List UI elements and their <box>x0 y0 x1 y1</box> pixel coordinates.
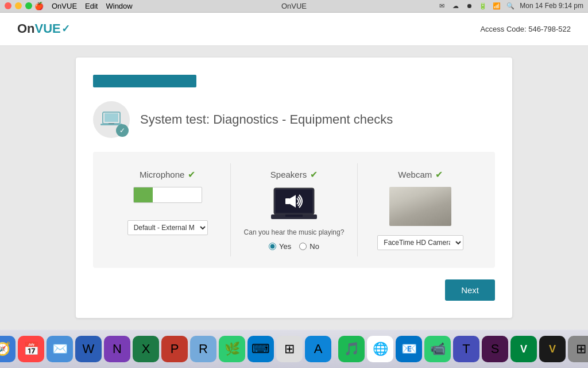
speakers-label: Speakers ✔ <box>270 169 318 180</box>
dock-icon-calendar[interactable]: 📅 <box>18 336 44 362</box>
edit-menu[interactable]: Edit <box>85 2 98 10</box>
dock-icon-mail[interactable]: ✉️ <box>47 336 73 362</box>
logo: OnVUE✓ <box>17 21 70 36</box>
speakers-check-icon: ✔ <box>310 169 318 180</box>
dock-icon-v2[interactable]: V <box>539 336 566 362</box>
menubar-icon-4: 🔋 <box>478 1 488 10</box>
audio-response-group: Yes No <box>269 242 319 251</box>
logo-on: On <box>17 21 35 36</box>
equipment-grid: Microphone ✔ Default - External Microp S… <box>93 152 495 268</box>
menubar-icon-3: ⏺ <box>465 1 474 10</box>
logo-vue: VUE <box>35 21 61 36</box>
dock-icon-word[interactable]: W <box>75 336 102 362</box>
dock-icon-spotify[interactable]: 🎵 <box>338 336 365 362</box>
logo-checkmark-icon: ✓ <box>61 22 70 35</box>
webcam-select[interactable]: FaceTime HD Camera (B <box>377 235 463 250</box>
svg-rect-5 <box>285 198 290 204</box>
diagnostics-card: ✓ System test: Diagnostics - Equipment c… <box>76 57 512 318</box>
page-title-section: ✓ System test: Diagnostics - Equipment c… <box>93 101 495 138</box>
no-option[interactable]: No <box>299 242 319 251</box>
apple-menu-icon[interactable]: 🍎 <box>34 2 44 10</box>
menubar-icon-2: ☁ <box>451 1 460 10</box>
dock-icon-v1[interactable]: V <box>510 336 537 362</box>
yes-option[interactable]: Yes <box>269 242 291 251</box>
webcam-preview <box>389 187 451 226</box>
menu-bar: 🍎 OnVUE Edit Window <box>34 2 133 10</box>
app-header: OnVUE✓ Access Code: 546-798-522 <box>0 13 588 47</box>
access-code: Access Code: 546-798-522 <box>480 25 571 33</box>
microphone-check-icon: ✔ <box>188 169 195 180</box>
dock-icon-rstudio[interactable]: R <box>190 336 216 362</box>
no-radio[interactable] <box>299 243 307 250</box>
close-button[interactable] <box>5 2 11 9</box>
speakers-section: Speakers ✔ <box>231 163 357 256</box>
main-content: ✓ System test: Diagnostics - Equipment c… <box>0 46 588 329</box>
dock-icon-facetime[interactable]: 📹 <box>424 336 451 362</box>
microphone-section: Microphone ✔ Default - External Microp <box>105 163 231 256</box>
menubar-icon-1: ✉ <box>437 1 446 10</box>
title-bar: 🍎 OnVUE Edit Window OnVUE ✉ ☁ ⏺ 🔋 📶 🔍 Mo… <box>0 0 588 13</box>
minimize-button[interactable] <box>15 2 22 9</box>
microphone-label: Microphone ✔ <box>140 169 195 180</box>
webcam-section: Webcam ✔ FaceTime HD Camera (B <box>358 163 483 256</box>
page-title: System test: Diagnostics - Equipment che… <box>140 112 393 127</box>
app-menu[interactable]: OnVUE <box>52 2 77 10</box>
dock-icon-appstore[interactable]: A <box>305 336 331 362</box>
card-footer: Next <box>93 279 495 301</box>
dock-icon-outlook[interactable]: 📧 <box>396 336 422 362</box>
speaker-question: Can you hear the music playing? <box>244 228 345 236</box>
speaker-image <box>271 187 317 223</box>
webcam-label: Webcam ✔ <box>398 169 443 180</box>
dock-icon-safari[interactable]: 🧭 <box>0 336 16 362</box>
microphone-select[interactable]: Default - External Microp <box>127 220 208 235</box>
window-controls[interactable] <box>5 2 32 9</box>
menu-bar-right: ✉ ☁ ⏺ 🔋 📶 🔍 Mon 14 Feb 9:14 pm <box>437 1 583 10</box>
yes-label: Yes <box>279 242 291 251</box>
dock-icon-excel[interactable]: X <box>133 336 159 362</box>
title-icon-wrapper: ✓ <box>93 101 130 138</box>
window-menu[interactable]: Window <box>106 2 132 10</box>
dock-icon-slack[interactable]: S <box>482 336 508 362</box>
menubar-icon-5: 📶 <box>492 1 501 10</box>
dock-icon-misc1[interactable]: ⊞ <box>568 336 588 362</box>
date-time: Mon 14 Feb 9:14 pm <box>520 2 583 10</box>
dock-icon-ppt[interactable]: P <box>161 336 188 362</box>
webcam-check-icon: ✔ <box>435 169 443 180</box>
window-title: OnVUE <box>281 2 307 10</box>
mic-level-bar <box>134 187 153 202</box>
webcam-feed <box>389 187 451 226</box>
svg-rect-1 <box>105 113 118 122</box>
dock-icon-chrome[interactable]: 🌐 <box>367 336 393 362</box>
maximize-button[interactable] <box>25 2 32 9</box>
dock: 🔍 🚀 🧭 📅 ✉️ W N X P R 🌿 ⌨ ⊞ A 🎵 🌐 📧 📹 T S… <box>0 329 588 368</box>
mic-meter <box>133 187 202 203</box>
speaker-laptop-icon <box>271 187 317 223</box>
dock-icon-onenote[interactable]: N <box>104 336 130 362</box>
yes-radio[interactable] <box>269 243 276 250</box>
progress-bar <box>93 75 196 87</box>
dock-icon-green1[interactable]: 🌿 <box>219 336 245 362</box>
title-check-icon: ✓ <box>116 124 129 137</box>
next-button[interactable]: Next <box>445 279 495 301</box>
menubar-icon-6: 🔍 <box>506 1 515 10</box>
no-label: No <box>310 242 319 251</box>
dock-icon-teams[interactable]: T <box>453 336 479 362</box>
dock-icon-apps[interactable]: ⊞ <box>276 336 303 362</box>
dock-icon-vscode[interactable]: ⌨ <box>247 336 274 362</box>
svg-rect-8 <box>285 214 303 217</box>
